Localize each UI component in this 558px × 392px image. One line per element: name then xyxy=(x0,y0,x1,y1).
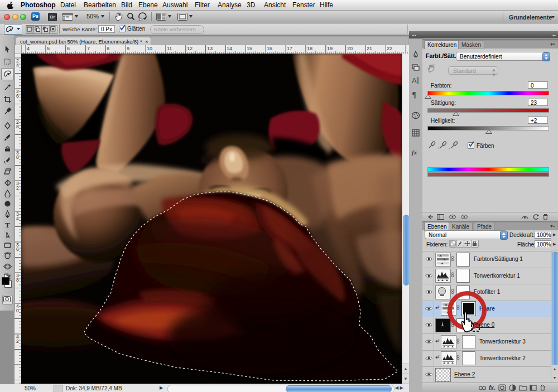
svg-text:¶: ¶ xyxy=(412,91,416,99)
svg-text:19: 19 xyxy=(327,46,333,51)
svg-text:0: 0 xyxy=(16,308,19,313)
svg-text:6: 6 xyxy=(16,246,19,252)
svg-text:17: 17 xyxy=(287,46,292,51)
svg-text:2: 2 xyxy=(16,185,19,191)
svg-text:15: 15 xyxy=(247,46,252,51)
svg-text:fx: fx xyxy=(412,149,417,156)
svg-text:4: 4 xyxy=(27,46,30,51)
svg-text:4: 4 xyxy=(16,62,19,68)
svg-text:11: 11 xyxy=(167,46,172,51)
svg-text:A: A xyxy=(412,76,417,85)
svg-text:7: 7 xyxy=(87,46,90,51)
svg-text:10: 10 xyxy=(147,46,152,51)
svg-text:6: 6 xyxy=(67,46,70,51)
svg-text:16: 16 xyxy=(267,46,272,51)
svg-text:21: 21 xyxy=(367,46,372,51)
svg-text:22: 22 xyxy=(387,46,392,51)
svg-text:9: 9 xyxy=(127,46,129,51)
svg-text:0: 0 xyxy=(16,154,19,160)
svg-text:12: 12 xyxy=(187,46,193,51)
svg-text:2: 2 xyxy=(16,338,19,344)
svg-text:18: 18 xyxy=(307,46,312,51)
svg-text:13: 13 xyxy=(207,46,213,51)
svg-text:14: 14 xyxy=(227,46,232,51)
svg-text:8: 8 xyxy=(16,124,19,129)
svg-text:6: 6 xyxy=(16,93,19,99)
svg-text:8: 8 xyxy=(107,46,109,51)
svg-text:5: 5 xyxy=(47,46,50,51)
svg-text:20: 20 xyxy=(347,46,353,51)
svg-text:T: T xyxy=(5,221,10,229)
svg-text:4: 4 xyxy=(16,216,19,221)
svg-text:8: 8 xyxy=(16,277,19,283)
